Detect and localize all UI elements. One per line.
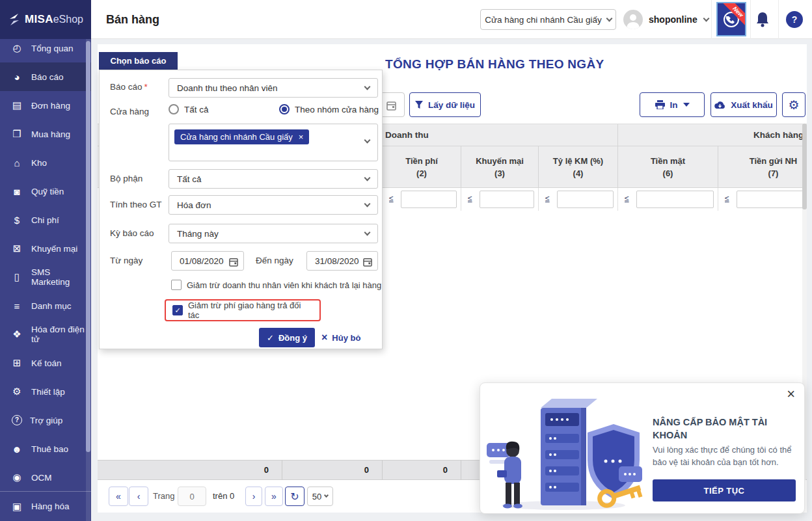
column-header-tien-gui-nh[interactable]: Tiền gửi NH(7) [718, 146, 807, 188]
calendar-icon [229, 257, 238, 267]
filter-operator[interactable]: ≤ [545, 194, 550, 203]
ky-bao-cao-select[interactable]: Tháng này [169, 224, 378, 243]
radio-tat-ca[interactable]: Tất cả [169, 104, 209, 114]
prev-page-button[interactable]: ‹ [129, 487, 148, 506]
sidebar: ◴Tổng quan ◕Báo cáo ▤Đơn hàng ❒Mua hàng … [0, 39, 91, 521]
sidebar-item-quy-tien[interactable]: ◙Quỹ tiền [0, 177, 91, 206]
cancel-button[interactable]: ×Hủy bỏ [321, 328, 360, 347]
sidebar-item-hang-hoa[interactable]: ▣Hàng hóa [0, 491, 91, 521]
filter-input[interactable] [557, 191, 614, 208]
sidebar-item-label: Mua hàng [31, 129, 70, 139]
filter-cell: ≤ [538, 188, 617, 211]
page-count-label: trên 0 [213, 487, 234, 506]
sidebar-item-label: Báo cáo [31, 72, 64, 82]
user-menu[interactable]: shoponline [649, 0, 709, 39]
radio-theo-nhom[interactable]: Theo nhóm cửa hàng [279, 104, 379, 114]
list-icon: ≡ [10, 301, 23, 312]
sidebar-item-khuyen-mai[interactable]: ⊠Khuyến mại [0, 234, 91, 263]
sidebar-item-sms-marketing[interactable]: ▯SMS Marketing [0, 263, 91, 291]
close-icon[interactable]: × [787, 387, 795, 401]
app-logo[interactable]: MISAeShop [0, 0, 91, 39]
ok-button[interactable]: ✓Đồng ý [259, 328, 315, 347]
tinh-theo-value: Hóa đơn [177, 200, 211, 210]
sidebar-item-mua-hang[interactable]: ❒Mua hàng [0, 120, 91, 148]
page-title: Bán hàng [106, 0, 159, 39]
column-title: Tiền gửi NH [750, 155, 797, 168]
bo-phan-select[interactable]: Tất cả [169, 169, 378, 189]
first-page-button[interactable]: « [109, 487, 128, 506]
sidebar-item-kho[interactable]: ⌂Kho [0, 148, 91, 177]
page-number-input[interactable] [178, 487, 206, 506]
tinh-theo-select[interactable]: Hóa đơn [169, 195, 378, 215]
notifications-button[interactable] [755, 11, 770, 31]
bao-cao-select[interactable]: Doanh thu theo nhân viên [169, 78, 378, 98]
filter-operator[interactable]: ≤ [625, 194, 629, 203]
sidebar-item-danh-muc[interactable]: ≡Danh mục [0, 291, 91, 320]
ky-bao-cao-value: Tháng này [177, 229, 219, 239]
export-button[interactable]: Xuất khẩu [710, 92, 777, 117]
sidebar-item-label: Thiết lập [31, 387, 65, 397]
column-header-tien-mat[interactable]: Tiền mặt(6) [617, 146, 718, 188]
filter-input[interactable] [737, 191, 807, 208]
page-size-select[interactable]: 50 [307, 487, 333, 506]
sidebar-scrollbar-thumb[interactable] [86, 41, 90, 452]
gear-icon: ⚙ [788, 98, 799, 113]
filter-input[interactable] [401, 191, 457, 208]
column-header-tien-phi[interactable]: Tiền phí(2) [382, 146, 461, 188]
sidebar-item-label: Thuê bao [31, 444, 68, 454]
group-khach-hang: Khách hàng t [753, 124, 807, 146]
column-header-ty-le-km[interactable]: Tỷ lệ KM (%)(4) [538, 146, 617, 188]
table-settings-button[interactable]: ⚙ [782, 92, 805, 117]
table-scrollbar-thumb[interactable] [802, 124, 807, 209]
sidebar-item-thiet-lap[interactable]: ⚙Thiết lập [0, 377, 91, 406]
tu-ngay-input[interactable]: 01/08/2020 [171, 251, 244, 271]
den-ngay-input[interactable]: 31/08/2020 [306, 251, 378, 271]
filter-operator[interactable]: ≤ [389, 194, 394, 203]
highlighted-checkbox-giam-tru-phi[interactable]: ✓ Giảm trừ phí giao hàng trả đối tác [165, 299, 321, 321]
prev-page-icon: ‹ [137, 491, 141, 501]
sidebar-item-ke-toan[interactable]: ⊞Kế toán [0, 349, 91, 377]
chip-remove-icon[interactable]: × [299, 132, 304, 142]
sidebar-item-thue-bao[interactable]: ☻Thuê bao [0, 434, 91, 463]
avatar[interactable] [623, 10, 643, 29]
fetch-data-button[interactable]: Lấy dữ liệu [409, 92, 481, 117]
filter-cell: ≤ [617, 188, 718, 211]
close-icon: × [321, 332, 327, 343]
sidebar-item-hoa-don-dien-tu[interactable]: ❖Hóa đơn điện tử [0, 320, 91, 349]
refresh-button[interactable]: ↻ [285, 487, 304, 506]
column-title: Tiền mặt [651, 155, 685, 168]
column-number: (3) [494, 167, 505, 180]
bao-cao-value: Doanh thu theo nhân viên [177, 83, 278, 93]
filter-operator[interactable]: ≤ [468, 194, 472, 203]
sidebar-item-label: Danh mục [31, 301, 72, 311]
continue-button[interactable]: TIẾP TỤC [653, 479, 796, 501]
sidebar-item-ocm[interactable]: ◉OCM [0, 463, 91, 492]
store-multiselect[interactable]: Cửa hàng chi nhánh Cầu giấy× [169, 124, 378, 161]
bo-phan-value: Tất cả [177, 174, 202, 184]
filter-operator[interactable]: ≤ [725, 194, 729, 203]
tab-chon-bao-cao[interactable]: Chọn báo cáo [99, 52, 178, 70]
store-switcher[interactable]: Cửa hàng chi nhánh Cầu giấy [480, 9, 616, 30]
bao-cao-label: Báo cáo* [110, 82, 148, 92]
sidebar-item-tro-giup[interactable]: ?Trợ giúp [0, 406, 91, 434]
required-mark: * [144, 82, 148, 92]
security-illustration [485, 388, 648, 511]
help-button[interactable]: ? [786, 11, 803, 28]
checkbox-giam-tru-doanh-thu[interactable]: Giảm trừ doanh thu nhân viên khi khách t… [171, 280, 381, 290]
sidebar-item-label: Quỹ tiền [31, 187, 64, 196]
sidebar-item-don-hang[interactable]: ▤Đơn hàng [0, 91, 91, 120]
sidebar-item-bao-cao[interactable]: ◕Báo cáo [0, 62, 91, 91]
hotline-button[interactable]: New [716, 2, 746, 36]
column-header-khuyen-mai[interactable]: Khuyến mại(3) [461, 146, 538, 188]
caret-down-icon [683, 103, 690, 107]
filter-input[interactable] [480, 191, 534, 208]
popup-body: Vui lòng xác thực để chúng tôi có thể bả… [653, 444, 794, 469]
sidebar-item-label: Kế toán [31, 358, 62, 368]
next-page-button[interactable]: › [245, 487, 262, 506]
filter-input[interactable] [636, 191, 714, 208]
sidebar-item-chi-phi[interactable]: $Chi phí [0, 206, 91, 234]
print-button[interactable]: In [640, 92, 705, 117]
report-icon: ◕ [10, 72, 23, 83]
checkbox-unchecked-icon [171, 280, 182, 290]
last-page-button[interactable]: » [265, 487, 283, 506]
